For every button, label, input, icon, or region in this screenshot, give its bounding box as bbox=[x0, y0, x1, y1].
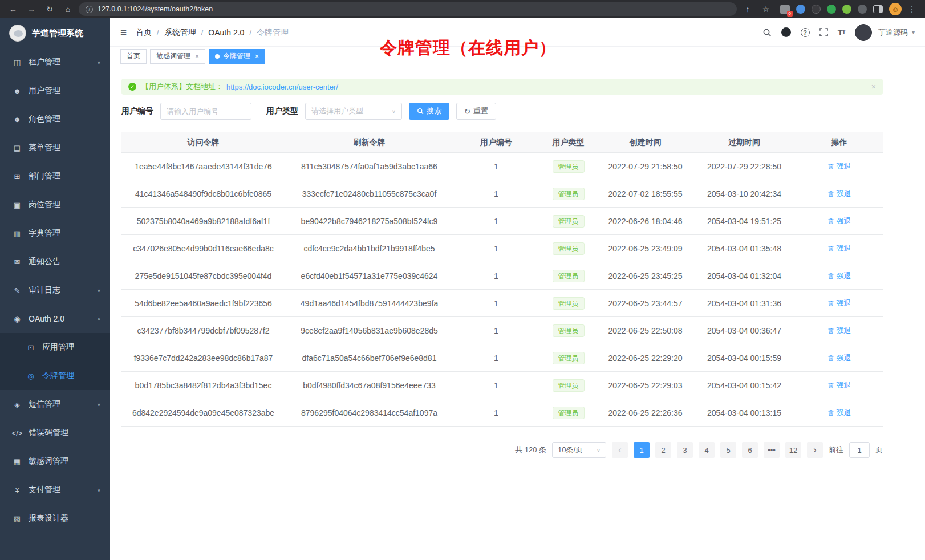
goto-page-input[interactable] bbox=[849, 442, 870, 458]
user-type-cell: 管理员 bbox=[539, 188, 598, 200]
puzzle-extensions-icon[interactable] bbox=[842, 5, 851, 14]
sidebar-item-敏感词管理[interactable]: ▦敏感词管理 bbox=[0, 447, 110, 476]
alert-close-icon[interactable]: × bbox=[871, 82, 876, 91]
extension-grid-icon[interactable]: 0 bbox=[780, 5, 790, 14]
page-button-3[interactable]: 3 bbox=[677, 442, 693, 458]
page-size-value: 10条/页 bbox=[558, 445, 583, 455]
pinned-extension-icon[interactable] bbox=[858, 5, 867, 14]
user-type-cell: 管理员 bbox=[539, 160, 598, 173]
page-button-6[interactable]: 6 bbox=[742, 442, 758, 458]
bookmark-star-icon[interactable]: ☆ bbox=[758, 2, 773, 16]
page-button-2[interactable]: 2 bbox=[655, 442, 671, 458]
home-icon[interactable]: ⌂ bbox=[60, 2, 75, 16]
sidebar-item-租户管理[interactable]: ◫租户管理∨ bbox=[0, 48, 110, 76]
page-tab-敏感词管理[interactable]: 敏感词管理× bbox=[150, 49, 205, 64]
reset-button[interactable]: ↻ 重置 bbox=[456, 103, 496, 120]
sidebar-item-角色管理[interactable]: ☻角色管理 bbox=[0, 105, 110, 133]
force-logout-label: 强退 bbox=[837, 244, 851, 254]
chevron-down-icon[interactable]: ▾ bbox=[912, 29, 915, 35]
font-size-icon[interactable]: TT bbox=[838, 27, 845, 37]
force-logout-label: 强退 bbox=[837, 216, 851, 226]
search-form: 用户编号 用户类型 请选择用户类型 ∨ 搜索 ↻ 重置 bbox=[121, 103, 883, 120]
tab-close-icon[interactable]: × bbox=[255, 52, 259, 60]
sidebar-item-用户管理[interactable]: ☻用户管理 bbox=[0, 76, 110, 105]
expire-time-cell: 2054-03-04 00:15:42 bbox=[693, 381, 796, 390]
sidebar-item-应用管理[interactable]: ⊡应用管理 bbox=[0, 333, 110, 362]
sidebar-item-菜单管理[interactable]: ▤菜单管理 bbox=[0, 133, 110, 162]
help-icon[interactable]: ? bbox=[801, 28, 810, 37]
sidebar-item-短信管理[interactable]: ◈短信管理∨ bbox=[0, 390, 110, 419]
force-logout-button[interactable]: 强退 bbox=[827, 189, 851, 199]
user-type-badge: 管理员 bbox=[553, 188, 585, 200]
sidebar-item-部门管理[interactable]: ⊞部门管理 bbox=[0, 162, 110, 190]
force-logout-button[interactable]: 强退 bbox=[827, 216, 851, 226]
access-token-cell: 275e5de9151045fe87cbdc395e004f4d bbox=[121, 271, 285, 281]
sidebar-item-支付管理[interactable]: ¥支付管理∨ bbox=[0, 476, 110, 504]
refresh-icon: ↻ bbox=[464, 107, 470, 116]
browser-menu-icon[interactable]: ⋮ bbox=[908, 2, 916, 16]
operation-cell: 强退 bbox=[796, 380, 883, 391]
extension-dark-icon[interactable] bbox=[812, 5, 821, 14]
access-token-cell: 41c41346a548490f9dc8b01c6bfe0865 bbox=[121, 189, 285, 198]
tab-close-icon[interactable]: × bbox=[195, 52, 199, 60]
sidebar-item-字典管理[interactable]: ▥字典管理 bbox=[0, 219, 110, 247]
post-icon: ▣ bbox=[11, 201, 23, 209]
share-icon[interactable]: ↑ bbox=[740, 2, 755, 16]
sidebar-item-label: 应用管理 bbox=[42, 342, 74, 352]
sidebar-item-通知公告[interactable]: ✉通知公告 bbox=[0, 247, 110, 276]
force-logout-button[interactable]: 强退 bbox=[827, 408, 851, 418]
force-logout-button[interactable]: 强退 bbox=[827, 271, 851, 281]
fullscreen-icon[interactable] bbox=[819, 28, 828, 36]
create-time-cell: 2022-06-25 22:50:08 bbox=[598, 326, 693, 335]
topbar-tools: ? TT 芋道源码 ▾ bbox=[762, 24, 915, 41]
search-icon[interactable] bbox=[762, 28, 772, 37]
sidebar-item-令牌管理[interactable]: ◎令牌管理 bbox=[0, 362, 110, 390]
sidebar-item-报表设计器[interactable]: ▧报表设计器 bbox=[0, 504, 110, 533]
operation-cell: 强退 bbox=[796, 353, 883, 363]
page-tab-首页[interactable]: 首页 bbox=[120, 49, 147, 64]
split-view-icon[interactable] bbox=[873, 5, 883, 13]
prev-page-button[interactable]: ‹ bbox=[612, 442, 628, 458]
create-time-cell: 2022-06-25 22:26:36 bbox=[598, 408, 693, 417]
back-icon[interactable]: ← bbox=[6, 2, 21, 16]
sidebar-item-审计日志[interactable]: ✎审计日志∨ bbox=[0, 276, 110, 305]
force-logout-button[interactable]: 强退 bbox=[827, 298, 851, 309]
breadcrumb-item[interactable]: 系统管理 bbox=[164, 27, 196, 38]
force-logout-button[interactable]: 强退 bbox=[827, 326, 851, 336]
sidebar-item-岗位管理[interactable]: ▣岗位管理 bbox=[0, 190, 110, 219]
page-button-1[interactable]: 1 bbox=[634, 442, 650, 458]
forward-icon[interactable]: → bbox=[24, 2, 39, 16]
collapse-sidebar-icon[interactable]: ≡ bbox=[120, 26, 127, 39]
pagination-ellipsis[interactable]: ••• bbox=[764, 442, 780, 458]
column-header: 刷新令牌 bbox=[285, 137, 453, 148]
breadcrumb-item[interactable]: 首页 bbox=[136, 27, 152, 38]
page-button-12[interactable]: 12 bbox=[785, 442, 801, 458]
search-button[interactable]: 搜索 bbox=[409, 103, 449, 120]
extension-blue-icon[interactable] bbox=[796, 5, 805, 14]
browser-profile-avatar[interactable]: ☺ bbox=[889, 3, 902, 15]
page-size-select[interactable]: 10条/页 ∨ bbox=[552, 442, 606, 458]
user-type-select[interactable]: 请选择用户类型 ∨ bbox=[305, 103, 402, 120]
site-info-icon[interactable]: i bbox=[86, 6, 93, 13]
sidebar-item-OAuth 2.0[interactable]: ◉OAuth 2.0∧ bbox=[0, 305, 110, 333]
alert-text: 【用户体系】文档地址： bbox=[141, 82, 223, 92]
force-logout-button[interactable]: 强退 bbox=[827, 161, 851, 172]
breadcrumb-item[interactable]: OAuth 2.0 bbox=[208, 28, 244, 37]
user-id-input[interactable] bbox=[160, 103, 251, 120]
next-page-button[interactable]: › bbox=[807, 442, 823, 458]
page-button-5[interactable]: 5 bbox=[720, 442, 736, 458]
reload-icon[interactable]: ↻ bbox=[42, 2, 57, 16]
force-logout-button[interactable]: 强退 bbox=[827, 380, 851, 391]
sidebar-item-错误码管理[interactable]: </>错误码管理 bbox=[0, 419, 110, 447]
force-logout-button[interactable]: 强退 bbox=[827, 244, 851, 254]
force-logout-button[interactable]: 强退 bbox=[827, 353, 851, 363]
github-icon[interactable] bbox=[781, 27, 791, 37]
page-tab-令牌管理[interactable]: 令牌管理× bbox=[209, 49, 265, 64]
username: 芋道源码 bbox=[878, 27, 908, 38]
doc-link[interactable]: https://doc.iocoder.cn/user-center/ bbox=[226, 83, 338, 91]
address-bar[interactable]: i 127.0.0.1:1024/system/oauth2/token bbox=[79, 2, 737, 16]
user-id-cell: 1 bbox=[453, 299, 539, 308]
page-button-4[interactable]: 4 bbox=[699, 442, 715, 458]
user-avatar[interactable] bbox=[855, 24, 872, 41]
extension-green-icon[interactable] bbox=[827, 5, 836, 14]
